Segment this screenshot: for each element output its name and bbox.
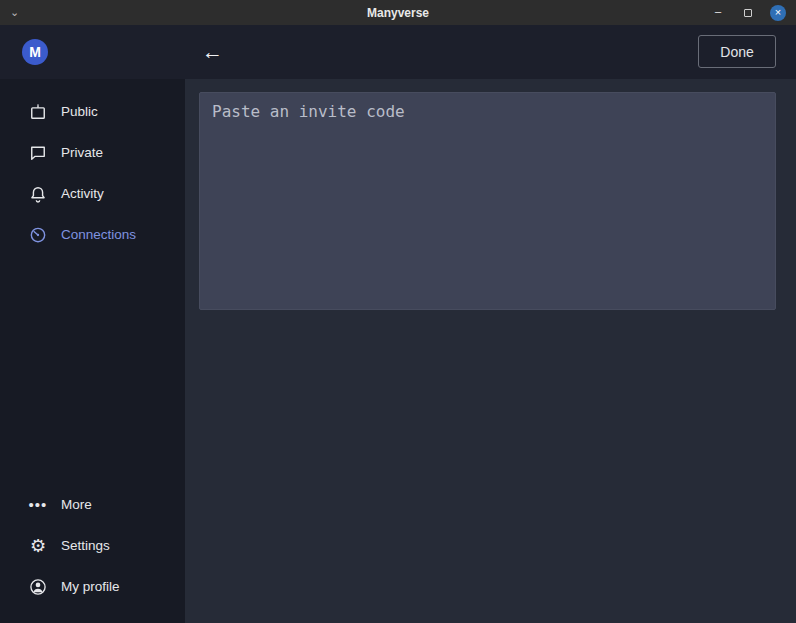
sidebar-item-label: My profile [61,579,120,594]
sidebar-top-group: Public Private Activity [0,91,185,255]
public-icon [28,102,48,122]
sidebar-item-label: More [61,497,92,512]
private-icon [28,143,48,163]
activity-icon [28,184,48,204]
more-icon: ••• [28,495,48,515]
app-header: M ← Done [0,25,796,79]
sidebar-item-label: Activity [61,186,104,201]
sidebar-item-more[interactable]: ••• More [0,484,185,525]
os-titlebar: ⌄ Manyverse − × [0,0,796,25]
sidebar-item-label: Connections [61,227,136,242]
restore-icon [744,9,752,17]
window-title: Manyverse [0,6,796,20]
sidebar-item-connections[interactable]: Connections [0,214,185,255]
restore-button[interactable] [740,5,756,21]
manyverse-logo: M [22,39,48,65]
main-content [185,79,796,623]
minimize-button[interactable]: − [710,5,726,21]
settings-icon: ⚙ [28,536,48,556]
done-button[interactable]: Done [698,35,776,68]
window-controls: − × [710,5,786,21]
sidebar: Public Private Activity [0,79,185,623]
close-icon: × [775,7,781,18]
profile-icon [28,577,48,597]
sidebar-bottom-group: ••• More ⚙ Settings My profile [0,484,185,607]
sidebar-item-my-profile[interactable]: My profile [0,566,185,607]
sidebar-item-label: Settings [61,538,110,553]
invite-code-input[interactable] [199,92,776,310]
sidebar-item-label: Public [61,104,98,119]
back-arrow-icon: ← [202,40,223,63]
sidebar-item-public[interactable]: Public [0,91,185,132]
sidebar-item-settings[interactable]: ⚙ Settings [0,525,185,566]
logo-letter: M [29,44,41,60]
sidebar-item-label: Private [61,145,103,160]
window-menu-chevron-icon[interactable]: ⌄ [10,7,19,18]
back-button[interactable]: ← [202,38,223,66]
connections-icon [28,225,48,245]
sidebar-item-activity[interactable]: Activity [0,173,185,214]
sidebar-item-private[interactable]: Private [0,132,185,173]
close-button[interactable]: × [770,5,786,21]
